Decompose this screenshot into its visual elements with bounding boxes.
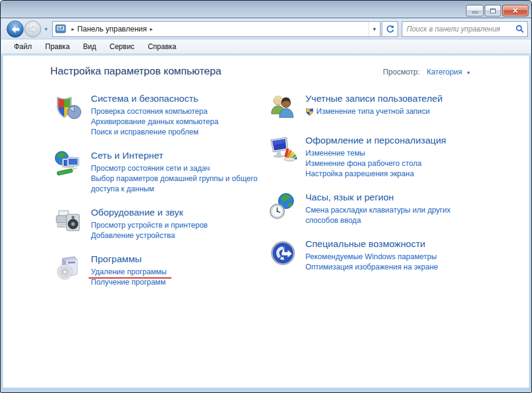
category-title-link[interactable]: Сеть и Интернет <box>91 150 258 161</box>
breadcrumb-separator: ▸ <box>147 26 156 32</box>
chevron-down-icon[interactable]: ▼ <box>466 70 471 76</box>
security-shield-icon <box>54 93 83 122</box>
category-title-link[interactable]: Система и безопасность <box>91 93 258 104</box>
search-input[interactable] <box>402 25 513 33</box>
forward-arrow-icon <box>28 25 38 33</box>
content-area: Настройка параметров компьютера Просмотр… <box>3 56 529 388</box>
category-title-link[interactable]: Оформление и персонализация <box>305 135 458 146</box>
page-header: Настройка параметров компьютера Просмотр… <box>50 65 529 81</box>
category-task-link[interactable]: Удаление программы <box>91 267 167 277</box>
close-button[interactable]: ✕ <box>502 5 528 16</box>
category: Система и безопасность Проверка состояни… <box>54 92 268 137</box>
category: Оформление и персонализация Изменение те… <box>268 134 458 179</box>
category: Программы Удаление программыПолучение пр… <box>54 253 268 288</box>
category-title-link[interactable]: Программы <box>91 254 258 265</box>
refresh-button[interactable] <box>382 21 398 37</box>
menubar: ФайлПравкаВидСервисСправка <box>1 39 531 54</box>
page-title: Настройка параметров компьютера <box>50 65 221 77</box>
menu-item[interactable]: Правка <box>39 41 77 53</box>
uac-shield-icon <box>305 107 314 119</box>
programs-icon <box>54 254 83 283</box>
control-panel-icon <box>55 24 66 34</box>
category-task-link[interactable]: Просмотр устройств и принтеров <box>91 220 208 231</box>
category-task-link[interactable]: Поиск и исправление проблем <box>91 127 199 137</box>
menu-item[interactable]: Сервис <box>103 41 141 53</box>
category: Сеть и Интернет Просмотр состояния сети … <box>54 149 268 194</box>
category-title-link[interactable]: Специальные возможности <box>305 239 458 249</box>
view-dropdown[interactable]: Категория <box>427 68 462 76</box>
navigation-bar: ▼ ▸ Панель управления ▸ ▼ <box>1 19 531 39</box>
category-task-link[interactable]: Настройка разрешения экрана <box>305 169 414 179</box>
category-title-link[interactable]: Оборудование и звук <box>91 207 258 218</box>
maximize-icon <box>490 8 496 13</box>
breadcrumb-separator: ▸ <box>68 26 78 32</box>
category-task-link[interactable]: Выбор параметров домашней группы и общег… <box>91 174 258 194</box>
breadcrumb-item[interactable]: Панель управления <box>78 25 147 33</box>
category-task-link[interactable]: Просмотр состояния сети и задач <box>91 163 210 174</box>
menu-item[interactable]: Файл <box>7 41 39 53</box>
category-title-link[interactable]: Часы, язык и регион <box>305 192 458 203</box>
search-box <box>402 21 528 37</box>
clock-language-region-icon <box>268 192 298 221</box>
category: Учетные записи пользователей Изменение т… <box>268 92 458 122</box>
category-task-link[interactable]: Изменение темы <box>305 148 365 159</box>
ease-of-access-icon <box>268 239 298 268</box>
left-column: Система и безопасность Проверка состояни… <box>54 92 268 388</box>
back-button[interactable] <box>7 21 24 38</box>
category-task-link[interactable]: Получение программ <box>91 277 165 288</box>
category-task-link[interactable]: Изменение фона рабочего стола <box>305 159 422 169</box>
hardware-sound-icon <box>54 207 83 236</box>
category: Оборудование и звук Просмотр устройств и… <box>54 206 268 241</box>
back-arrow-icon <box>11 25 20 33</box>
category: Специальные возможности Рекомендуемые Wi… <box>268 237 458 272</box>
maximize-button[interactable] <box>485 5 501 16</box>
category-columns: Система и безопасность Проверка состояни… <box>54 92 529 388</box>
menu-item[interactable]: Справка <box>141 41 183 53</box>
category-title-link[interactable]: Учетные записи пользователей <box>305 93 458 104</box>
minimize-icon <box>472 12 478 13</box>
forward-button[interactable] <box>24 21 41 38</box>
titlebar[interactable]: ✕ <box>1 1 531 18</box>
category-task-link[interactable]: Добавление устройства <box>91 231 175 241</box>
close-icon: ✕ <box>512 7 518 15</box>
menu-item[interactable]: Вид <box>76 41 103 53</box>
category-task-link[interactable]: Проверка состояния компьютера <box>91 107 207 117</box>
category-task-link[interactable]: Смена раскладки клавиатуры или других сп… <box>305 205 458 226</box>
personalization-icon <box>268 135 298 164</box>
category-task-link[interactable]: Архивирование данных компьютера <box>91 117 218 127</box>
refresh-icon <box>385 24 395 34</box>
category-task-link[interactable]: Изменение типа учетной записи <box>305 107 430 119</box>
view-control: Просмотр: Категория ▼ <box>383 68 471 76</box>
minimize-button[interactable] <box>466 5 484 16</box>
category-task-link[interactable]: Оптимизация изображения на экране <box>305 262 438 272</box>
view-label: Просмотр: <box>383 68 420 76</box>
network-internet-icon <box>54 150 83 179</box>
category-task-link[interactable]: Рекомендуемые Windows параметры <box>305 252 437 262</box>
search-icon[interactable] <box>513 25 527 33</box>
category: Часы, язык и регион Смена раскладки клав… <box>268 191 458 226</box>
right-column: Учетные записи пользователей Изменение т… <box>268 92 458 388</box>
recent-pages-chevron[interactable]: ▼ <box>44 27 48 32</box>
user-accounts-icon <box>268 93 298 122</box>
caption-buttons: ✕ <box>466 5 528 16</box>
address-dropdown-button[interactable]: ▼ <box>368 22 380 36</box>
control-panel-window: ✕ ▼ ▸ <box>0 0 532 393</box>
address-bar[interactable]: ▸ Панель управления ▸ ▼ <box>52 21 381 37</box>
